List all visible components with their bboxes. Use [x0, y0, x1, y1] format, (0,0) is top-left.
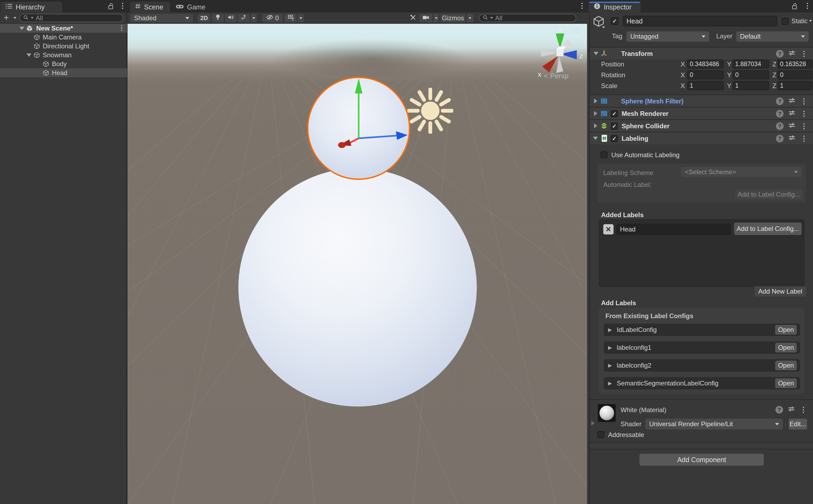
- tab-scene[interactable]: Scene: [130, 2, 170, 12]
- tree-row-scene[interactable]: New Scene* ⋮: [0, 24, 127, 33]
- create-dropdown-caret-icon[interactable]: [14, 17, 16, 19]
- expander-icon[interactable]: ▶: [608, 380, 612, 386]
- open-config-button[interactable]: Open: [775, 325, 797, 335]
- tree-row-main-camera[interactable]: Main Camera: [0, 33, 127, 42]
- audio-toggle-button[interactable]: [225, 14, 237, 22]
- gameobject-icon-caret[interactable]: [602, 26, 605, 28]
- label-config-row[interactable]: ▶ labelconfig1 Open: [604, 341, 800, 354]
- effects-dropdown-caret[interactable]: [250, 14, 257, 22]
- static-dropdown-caret[interactable]: [809, 20, 812, 22]
- expand-arrow-icon[interactable]: [26, 53, 31, 57]
- kebab-icon[interactable]: ⋮: [800, 406, 807, 414]
- tools-button[interactable]: [408, 14, 419, 22]
- help-icon[interactable]: ?: [776, 50, 784, 58]
- rotation-y-field[interactable]: 0: [732, 70, 769, 79]
- use-automatic-labeling-checkbox[interactable]: [601, 151, 608, 158]
- grid-dropdown-caret[interactable]: [297, 14, 304, 22]
- scene-viewport[interactable]: y z x < Persp: [128, 24, 587, 504]
- scale-z-field[interactable]: 1: [777, 81, 812, 90]
- preset-icon[interactable]: [788, 110, 795, 118]
- sphere-collider-header[interactable]: ✓ Sphere Collider ? ⋮: [590, 119, 813, 132]
- tab-inspector[interactable]: Inspector: [589, 2, 641, 12]
- lighting-toggle-button[interactable]: [212, 14, 224, 22]
- kebab-icon[interactable]: ⋮: [800, 123, 808, 130]
- material-expander-icon[interactable]: [591, 421, 595, 426]
- preset-icon[interactable]: [788, 97, 795, 105]
- sphere-collider-enabled-checkbox[interactable]: ✓: [611, 123, 618, 130]
- kebab-icon[interactable]: ⋮: [800, 98, 808, 105]
- tab-game[interactable]: Game: [171, 2, 211, 12]
- help-icon[interactable]: ?: [776, 110, 784, 117]
- material-preview-thumbnail[interactable]: [598, 404, 616, 422]
- open-config-button[interactable]: Open: [775, 343, 797, 352]
- draw-mode-dropdown[interactable]: Shaded: [130, 14, 193, 22]
- collapse-arrow-icon[interactable]: [593, 137, 598, 140]
- gizmos-dropdown-caret[interactable]: [466, 14, 474, 22]
- tree-row-snowman[interactable]: Snowman: [0, 51, 127, 59]
- effects-toggle-button[interactable]: [238, 14, 250, 22]
- preset-icon[interactable]: [788, 135, 795, 143]
- label-config-row[interactable]: ▶ IdLabelConfig Open: [604, 324, 800, 336]
- hidden-objects-button[interactable]: 0: [262, 14, 283, 22]
- hierarchy-lock-icon[interactable]: [108, 3, 114, 11]
- position-y-field[interactable]: 1.887034: [732, 59, 769, 69]
- grid-visibility-button[interactable]: Y: [284, 14, 297, 22]
- shader-dropdown[interactable]: Universal Render Pipeline/Lit: [645, 419, 783, 429]
- help-icon[interactable]: ?: [776, 122, 784, 130]
- add-component-button[interactable]: Add Component: [640, 454, 764, 466]
- expand-arrow-icon[interactable]: [594, 123, 597, 128]
- hierarchy-menu-kebab-icon[interactable]: ⋮: [119, 2, 126, 9]
- tree-row-head[interactable]: Head: [0, 68, 127, 77]
- add-new-label-button[interactable]: Add New Label: [755, 286, 806, 297]
- static-checkbox[interactable]: [782, 18, 789, 25]
- open-config-button[interactable]: Open: [775, 361, 797, 370]
- scene-search-input[interactable]: All: [479, 14, 576, 22]
- gizmo-plane-handle[interactable]: [346, 126, 359, 138]
- kebab-icon[interactable]: ⋮: [800, 110, 808, 117]
- gizmos-button[interactable]: Gizmos: [441, 14, 466, 22]
- preset-icon[interactable]: [788, 122, 795, 130]
- label-config-row[interactable]: ▶ SemanticSegmentationLabelConfig Open: [604, 377, 800, 389]
- open-config-button[interactable]: Open: [775, 378, 797, 388]
- added-label-name-field[interactable]: Head: [616, 224, 731, 235]
- gameobject-name-field[interactable]: Head: [623, 16, 777, 26]
- add-to-label-config-button[interactable]: Add to Label Config...: [734, 223, 802, 235]
- addressable-checkbox[interactable]: [597, 431, 604, 438]
- gizmo-z-arrowhead[interactable]: [396, 131, 408, 140]
- labeling-header[interactable]: ✓ Labeling ? ⋮: [590, 132, 813, 144]
- tag-dropdown[interactable]: Untagged: [627, 31, 709, 42]
- help-icon[interactable]: ?: [775, 406, 783, 414]
- rotation-x-field[interactable]: 0: [687, 70, 724, 79]
- gizmo-z-axis-arrow[interactable]: [359, 136, 397, 138]
- rotation-z-field[interactable]: 0: [777, 70, 812, 79]
- labeling-enabled-checkbox[interactable]: ✓: [611, 135, 618, 142]
- expand-arrow-icon[interactable]: [594, 111, 597, 116]
- gizmo-y-arrowhead[interactable]: [355, 78, 362, 93]
- label-config-row[interactable]: ▶ labelconfig2 Open: [604, 359, 800, 372]
- camera-dropdown-caret[interactable]: [433, 14, 439, 22]
- position-x-field[interactable]: 0.3483486: [687, 59, 724, 69]
- hierarchy-search-input[interactable]: All: [19, 14, 123, 22]
- 2d-toggle-button[interactable]: 2D: [198, 14, 210, 22]
- help-icon[interactable]: ?: [776, 135, 784, 142]
- move-gizmo[interactable]: [128, 24, 587, 504]
- mesh-renderer-header[interactable]: ✓ Mesh Renderer ? ⋮: [590, 107, 813, 119]
- gizmo-x-arrowcap[interactable]: [338, 142, 346, 148]
- gizmo-x-cone[interactable]: [542, 56, 558, 72]
- scale-x-field[interactable]: 1: [687, 81, 724, 90]
- help-icon[interactable]: ?: [776, 98, 784, 105]
- expand-arrow-icon[interactable]: [594, 99, 597, 103]
- kebab-icon[interactable]: ⋮: [800, 135, 808, 142]
- scene-menu-kebab-icon[interactable]: ⋮: [578, 2, 586, 9]
- expand-arrow-icon[interactable]: [19, 27, 24, 30]
- transform-header[interactable]: Transform ? ⋮: [590, 47, 813, 59]
- inspector-lock-icon[interactable]: [791, 3, 798, 11]
- expander-icon[interactable]: ▶: [608, 345, 612, 351]
- shader-edit-button[interactable]: Edit...: [789, 419, 807, 429]
- inspector-menu-kebab-icon[interactable]: ⋮: [804, 2, 811, 9]
- tree-row-directional-light[interactable]: Directional Light: [0, 42, 127, 51]
- kebab-icon[interactable]: ⋮: [800, 50, 808, 58]
- expander-icon[interactable]: ▶: [608, 362, 612, 368]
- tree-row-body[interactable]: Body: [0, 59, 127, 68]
- camera-settings-button[interactable]: [420, 14, 433, 22]
